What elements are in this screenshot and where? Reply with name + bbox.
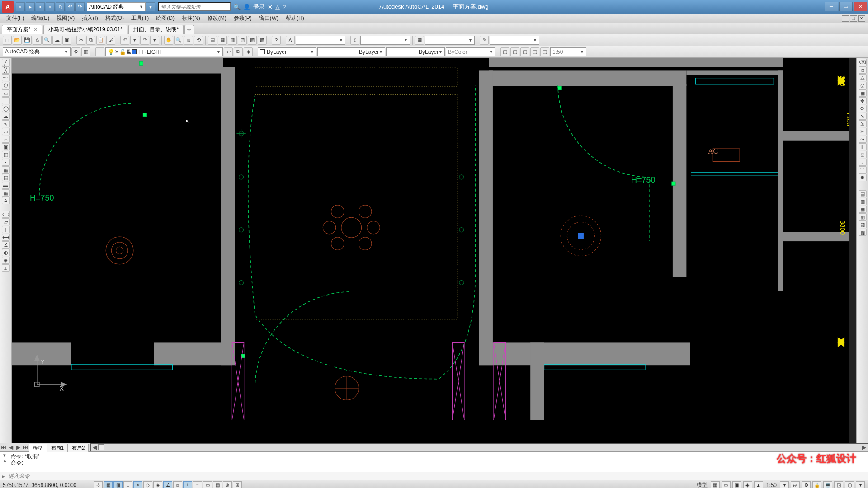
qat-more-icon[interactable]: ▾ <box>146 2 155 11</box>
redo-dd-icon[interactable]: ▾ <box>150 36 159 45</box>
layer-iso-icon[interactable]: ◈ <box>244 47 253 56</box>
sb-am-icon[interactable]: ⊞ <box>233 481 242 488</box>
save-icon[interactable]: 💾 <box>23 36 32 45</box>
dim5-icon[interactable]: ⟂ <box>2 264 10 272</box>
sb-osnap-icon[interactable]: ◇ <box>143 481 152 488</box>
paste-icon[interactable]: 📋 <box>96 36 105 45</box>
layout-tab-layout1[interactable]: 布局1 <box>47 444 68 452</box>
palette2-icon[interactable]: ▥ <box>859 198 867 205</box>
line-icon[interactable]: ╱ <box>2 59 10 66</box>
palette1-icon[interactable]: ▤ <box>859 190 867 197</box>
doc-tab-1[interactable]: 平面方案* ✕ <box>2 25 42 34</box>
sb-scale-icon[interactable]: ▾ <box>780 481 789 488</box>
menu-window[interactable]: 窗口(W) <box>255 14 282 23</box>
tab-next-icon[interactable]: ▶ <box>14 444 22 450</box>
zoom-prev-icon[interactable]: ⟲ <box>194 36 203 45</box>
menu-draw[interactable]: 绘图(D) <box>152 14 178 23</box>
move-icon[interactable]: ✥ <box>859 97 867 104</box>
vp-4-icon[interactable]: ▢ <box>530 47 539 56</box>
vp-scale-dropdown[interactable]: 1:50▼ <box>550 47 586 56</box>
user-icon[interactable]: 👤 <box>243 4 250 10</box>
matchprop-icon[interactable]: 🖌 <box>106 36 115 45</box>
arc-icon[interactable]: ⌒ <box>2 97 10 104</box>
qat-workspace-dropdown[interactable]: AutoCAD 经典 ▼ <box>87 2 146 11</box>
publish-icon[interactable]: ☁ <box>52 36 61 45</box>
region-icon[interactable]: ▬ <box>2 182 10 189</box>
close-icon[interactable]: ✕ <box>33 27 38 33</box>
undo-icon[interactable]: ↶ <box>120 36 129 45</box>
sb-dyn-icon[interactable]: + <box>183 481 192 488</box>
sb-qp-icon[interactable]: ▤ <box>213 481 222 488</box>
menu-dim[interactable]: 标注(N) <box>178 14 204 23</box>
insert-icon[interactable]: ▣ <box>2 143 10 150</box>
sb-hw-icon[interactable]: 💻 <box>823 481 832 488</box>
markup-icon[interactable]: ▨ <box>248 36 257 45</box>
table-icon[interactable]: ▦ <box>2 189 10 197</box>
explode-icon[interactable]: ✸ <box>859 174 867 181</box>
cut-icon[interactable]: ✂ <box>76 36 85 45</box>
tab-prev-icon[interactable]: ◀ <box>7 444 14 450</box>
menu-param[interactable]: 参数(P) <box>230 14 255 23</box>
dist-icon[interactable]: ⟺ <box>2 211 10 218</box>
dim2-icon[interactable]: ∡ <box>2 241 10 249</box>
color-dropdown[interactable]: ByLayer▼ <box>258 47 316 56</box>
rect-icon[interactable]: ▭ <box>2 89 10 97</box>
sb-grid-icon[interactable]: ▩ <box>113 481 123 488</box>
menu-insert[interactable]: 插入(I) <box>78 14 101 23</box>
menu-modify[interactable]: 修改(M) <box>204 14 230 23</box>
sb-3dosnap-icon[interactable]: ◈ <box>153 481 162 488</box>
mleaderstyle-icon[interactable]: ✎ <box>480 36 489 45</box>
viewport-vscrollbar[interactable] <box>849 58 856 443</box>
qc-icon[interactable]: ▩ <box>258 36 267 45</box>
layer-state-icon[interactable]: ⧉ <box>234 47 243 56</box>
layer-dropdown[interactable]: 💡 ☀ 🔓 🖶 FF-LIGHT ▼ <box>105 47 223 56</box>
menu-file[interactable]: 文件(F) <box>3 14 28 23</box>
login-label[interactable]: 登录 <box>253 3 265 11</box>
zoom-rt-icon[interactable]: 🔍 <box>174 36 183 45</box>
sb-clean-icon[interactable]: ▢ <box>845 481 854 488</box>
scale-icon[interactable]: ⤡ <box>859 113 867 120</box>
trim-icon[interactable]: ✂ <box>859 128 867 135</box>
cmd-pin-icon[interactable]: ▾ <box>3 452 6 458</box>
3ddwf-icon[interactable]: ▣ <box>62 36 71 45</box>
sb-ann-icon[interactable]: ▲ <box>754 481 763 488</box>
vp-2-icon[interactable]: ▢ <box>510 47 519 56</box>
dim3-icon[interactable]: ◐ <box>2 249 10 256</box>
lineweight-dropdown[interactable]: ByLayer▼ <box>386 47 445 56</box>
menu-edit[interactable]: 编辑(E) <box>28 14 53 23</box>
qat-plot-icon[interactable]: ⎙ <box>56 2 65 11</box>
qat-save-icon[interactable]: ▪ <box>36 2 45 11</box>
sb-infer-icon[interactable]: ⊹ <box>94 481 103 488</box>
revcloud-icon[interactable]: ☁ <box>2 113 10 120</box>
offset-icon[interactable]: ◎ <box>859 82 867 89</box>
tablestyle-dropdown[interactable]: ▼ <box>425 36 475 45</box>
print-icon[interactable]: ⎙ <box>33 36 42 45</box>
palette3-icon[interactable]: ▦ <box>859 206 867 213</box>
undo-dd-icon[interactable]: ▾ <box>130 36 139 45</box>
mdi-restore-button[interactable]: ❐ <box>850 15 857 22</box>
doc-tab-2[interactable]: 小马哥·格拉斯小镇2019.03.01* <box>43 25 127 34</box>
erase-icon[interactable]: ⌫ <box>859 59 867 66</box>
linetype-dropdown[interactable]: ByLayer▼ <box>317 47 385 56</box>
preview-icon[interactable]: 🔍 <box>42 36 52 45</box>
vp-1-icon[interactable]: ▢ <box>500 47 509 56</box>
sb-custom-icon[interactable]: ▾ <box>856 481 865 488</box>
mirror-icon[interactable]: ⧋ <box>859 74 867 81</box>
help-search-input[interactable] <box>158 2 231 11</box>
rotate-icon[interactable]: ⟳ <box>859 105 867 112</box>
vp-3-icon[interactable]: ▢ <box>520 47 529 56</box>
break-icon[interactable]: ⦀ <box>859 143 867 150</box>
palette6-icon[interactable]: ▩ <box>859 229 867 236</box>
cmd-close-icon[interactable]: ✕ <box>3 458 7 464</box>
xline-icon[interactable]: ╳ <box>2 66 10 74</box>
gradient-icon[interactable]: ▤ <box>2 174 10 181</box>
menu-format[interactable]: 格式(O) <box>102 14 127 23</box>
vp-5-icon[interactable]: ▢ <box>540 47 549 56</box>
sb-layout-icon[interactable]: ▭ <box>722 481 731 488</box>
area-icon[interactable]: ▱ <box>2 218 10 225</box>
layout-tab-layout2[interactable]: 布局2 <box>68 444 89 452</box>
dim-icon[interactable]: ⟷ <box>2 234 10 241</box>
qat-saveas-icon[interactable]: ▫ <box>46 2 55 11</box>
sb-lwt-icon[interactable]: ≡ <box>193 481 202 488</box>
ellipse-icon[interactable]: ⬭ <box>2 128 10 135</box>
